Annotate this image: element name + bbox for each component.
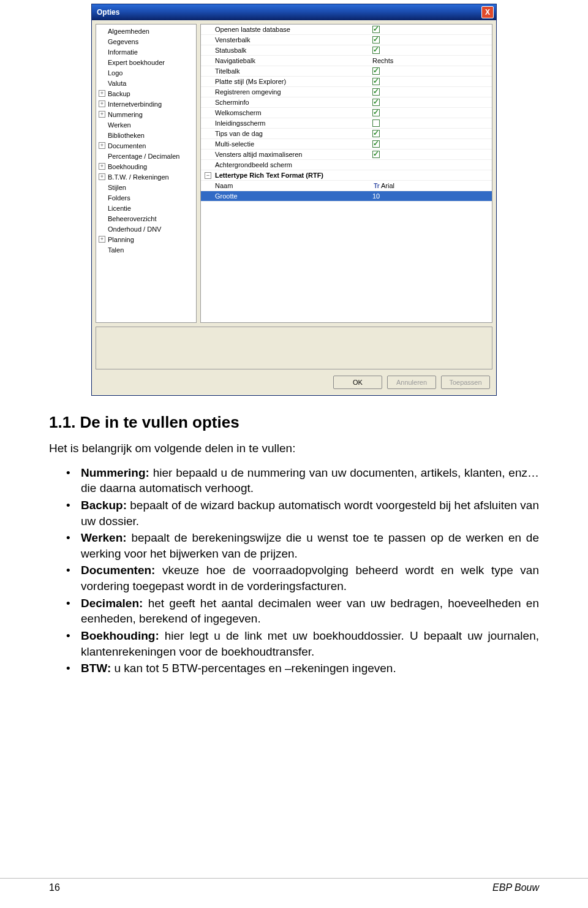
grid-property-value[interactable] bbox=[370, 36, 492, 44]
checkbox[interactable] bbox=[372, 109, 380, 116]
tree-item[interactable]: Informatie bbox=[96, 47, 196, 57]
checkbox[interactable] bbox=[372, 67, 380, 75]
grid-property-value[interactable] bbox=[370, 26, 492, 33]
grid-row[interactable]: Scherminfo bbox=[201, 97, 492, 108]
tree-spacer bbox=[99, 59, 105, 66]
bullet-list: Nummering: hier bepaald u de nummering v… bbox=[49, 465, 539, 676]
tree-spacer bbox=[99, 205, 105, 211]
tree-item[interactable]: Expert boekhouder bbox=[96, 57, 196, 67]
grid-group-header[interactable]: −Lettertype Rich Text Format (RTF) bbox=[201, 170, 492, 181]
expand-icon[interactable]: + bbox=[99, 100, 105, 107]
checkbox[interactable] bbox=[372, 88, 380, 96]
grid-row[interactable]: Registreren omgeving bbox=[201, 87, 492, 97]
checkbox[interactable] bbox=[372, 99, 380, 106]
grid-spacer bbox=[205, 151, 211, 158]
grid-property-name: Naam bbox=[214, 182, 370, 189]
grid-property-value[interactable]: 10 bbox=[370, 192, 492, 200]
grid-spacer bbox=[205, 99, 211, 106]
tree-item[interactable]: +Internetverbinding bbox=[96, 99, 196, 109]
grid-row[interactable]: Openen laatste database bbox=[201, 25, 492, 35]
grid-property-value[interactable] bbox=[370, 140, 492, 148]
checkbox[interactable] bbox=[372, 36, 380, 44]
tree-item[interactable]: +Boekhouding bbox=[96, 161, 196, 172]
grid-row[interactable]: Statusbalk bbox=[201, 45, 492, 56]
checkbox[interactable] bbox=[372, 47, 380, 54]
grid-row[interactable]: Grootte10 bbox=[201, 191, 492, 202]
list-item: Nummering: hier bepaald u de nummering v… bbox=[66, 465, 539, 496]
grid-row[interactable]: Platte stijl (Ms Explorer) bbox=[201, 77, 492, 87]
checkbox[interactable] bbox=[372, 119, 380, 127]
tree-item[interactable]: +Documenten bbox=[96, 140, 196, 151]
grid-property-name: Vensterbalk bbox=[214, 36, 370, 44]
tree-item[interactable]: Werken bbox=[96, 119, 196, 130]
category-tree[interactable]: AlgeemhedenGegevensInformatieExpert boek… bbox=[96, 24, 197, 323]
tree-item[interactable]: Algeemheden bbox=[96, 26, 196, 36]
grid-row[interactable]: Tips van de dag bbox=[201, 129, 492, 139]
tree-item[interactable]: Folders bbox=[96, 192, 196, 203]
grid-row[interactable]: Multi-selectie bbox=[201, 139, 492, 149]
grid-spacer bbox=[205, 47, 211, 54]
grid-property-value[interactable] bbox=[370, 78, 492, 85]
tree-item[interactable]: Valuta bbox=[96, 78, 196, 88]
tree-item[interactable]: Talen bbox=[96, 244, 196, 255]
grid-property-value[interactable] bbox=[370, 151, 492, 158]
grid-row[interactable]: Achtergrondbeeld scherm bbox=[201, 160, 492, 170]
tree-item[interactable]: +Backup bbox=[96, 88, 196, 99]
grid-row[interactable]: Vensters altijd maximaliseren bbox=[201, 149, 492, 160]
tree-item[interactable]: +Planning bbox=[96, 234, 196, 244]
bullet-term: Werken: bbox=[81, 531, 127, 544]
tree-label: B.T.W. / Rekeningen bbox=[108, 173, 169, 181]
expand-icon[interactable]: + bbox=[99, 163, 105, 170]
checkbox[interactable] bbox=[372, 78, 380, 85]
expand-icon[interactable]: + bbox=[99, 142, 105, 149]
grid-property-name: Scherminfo bbox=[214, 99, 370, 106]
grid-property-value[interactable] bbox=[370, 130, 492, 137]
collapse-icon[interactable]: − bbox=[205, 172, 211, 179]
tree-item[interactable]: Logo bbox=[96, 67, 196, 78]
grid-row[interactable]: Welkomscherm bbox=[201, 108, 492, 118]
checkbox[interactable] bbox=[372, 130, 380, 137]
tree-item[interactable]: Bibliotheken bbox=[96, 130, 196, 140]
checkbox[interactable] bbox=[372, 140, 380, 148]
grid-row[interactable]: Inleidingsscherm bbox=[201, 118, 492, 129]
ok-button[interactable]: OK bbox=[333, 376, 382, 389]
tree-item[interactable]: Beheeroverzicht bbox=[96, 213, 196, 224]
tree-label: Valuta bbox=[108, 80, 126, 87]
document-body: 1.1. De in te vullen opties Het is belan… bbox=[49, 396, 539, 676]
grid-property-value[interactable] bbox=[370, 47, 492, 54]
grid-property-value[interactable] bbox=[370, 99, 492, 106]
checkbox[interactable] bbox=[372, 151, 380, 158]
checkbox[interactable] bbox=[372, 26, 380, 33]
grid-row[interactable]: Vensterbalk bbox=[201, 35, 492, 45]
grid-property-name: Vensters altijd maximaliseren bbox=[214, 151, 370, 158]
tree-item[interactable]: Gegevens bbox=[96, 36, 196, 47]
expand-icon[interactable]: + bbox=[99, 236, 105, 243]
tree-item[interactable]: Onderhoud / DNV bbox=[96, 224, 196, 234]
grid-property-name: Tips van de dag bbox=[214, 130, 370, 137]
grid-property-name: Grootte bbox=[214, 192, 370, 200]
grid-property-value[interactable] bbox=[370, 67, 492, 75]
tree-spacer bbox=[99, 28, 105, 34]
tree-spacer bbox=[99, 132, 105, 138]
expand-icon[interactable]: + bbox=[99, 173, 105, 180]
grid-property-value[interactable]: Rechts bbox=[370, 57, 492, 64]
expand-icon[interactable]: + bbox=[99, 111, 105, 118]
close-icon[interactable]: X bbox=[481, 6, 494, 18]
grid-property-value[interactable] bbox=[370, 109, 492, 116]
tree-label: Folders bbox=[108, 194, 130, 202]
tree-item[interactable]: Percentage / Decimalen bbox=[96, 151, 196, 161]
list-item: Backup: bepaalt of de wizard backup auto… bbox=[66, 498, 539, 529]
grid-row[interactable]: Titelbalk bbox=[201, 66, 492, 77]
dialog-buttons: OK Annuleren Toepassen bbox=[92, 369, 496, 395]
grid-row[interactable]: NavigatiebalkRechts bbox=[201, 56, 492, 66]
grid-property-value[interactable] bbox=[370, 119, 492, 127]
grid-property-value[interactable]: TrArial bbox=[370, 182, 492, 189]
expand-icon[interactable]: + bbox=[99, 90, 105, 97]
tree-item[interactable]: +Nummering bbox=[96, 109, 196, 119]
tree-item[interactable]: Stijlen bbox=[96, 182, 196, 192]
tree-item[interactable]: +B.T.W. / Rekeningen bbox=[96, 172, 196, 182]
grid-property-value[interactable] bbox=[370, 88, 492, 96]
grid-row[interactable]: NaamTrArial bbox=[201, 181, 492, 191]
tree-item[interactable]: Licentie bbox=[96, 203, 196, 213]
property-grid[interactable]: Openen laatste databaseVensterbalkStatus… bbox=[200, 24, 492, 323]
